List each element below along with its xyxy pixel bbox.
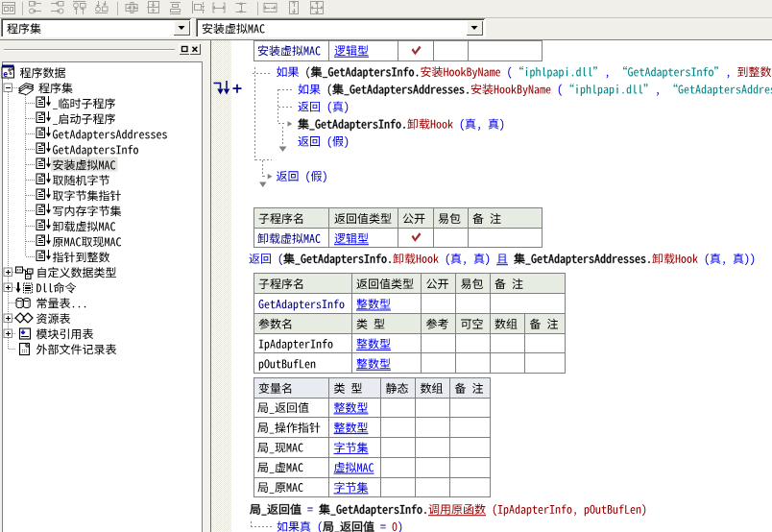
svg-text:e: e <box>3 69 8 79</box>
